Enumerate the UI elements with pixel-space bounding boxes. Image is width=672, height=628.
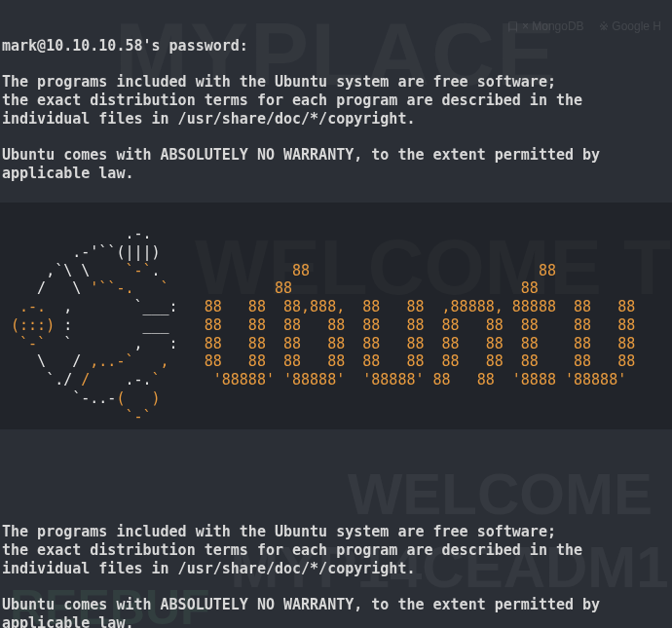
motd-line: The programs included with the Ubuntu sy… (2, 73, 556, 91)
motd-block-top: mark@10.10.10.58's password: The program… (0, 18, 672, 183)
motd-line: Ubuntu comes with ABSOLUTELY NO WARRANTY… (2, 596, 600, 613)
art-row: .-. (2, 225, 644, 242)
password-prompt: mark@10.10.10.58's password: (2, 37, 248, 55)
art-row: \ / ,..-` , 88 88 88 88 88 88 88 88 88 8… (2, 352, 635, 370)
art-row: `-..-( ) (2, 389, 161, 407)
motd-block-bottom: The programs included with the Ubuntu sy… (0, 504, 672, 628)
art-row: ,`\ \ `-`. 88 88 (2, 262, 556, 279)
motd-line: individual files in /usr/share/doc/*/cop… (2, 110, 415, 128)
motd-line: the exact distribution terms for each pr… (2, 92, 582, 109)
motd-line: applicable law. (2, 614, 133, 628)
ascii-art-block: .-. .-'``(|||) ,`\ \ `-`. 88 88 (0, 203, 672, 429)
terminal-output[interactable]: mark@10.10.10.58's password: The program… (0, 0, 672, 628)
motd-line: the exact distribution terms for each pr… (2, 541, 582, 559)
art-row: .-. , `___: 88 88 88,888, 88 88 ,88888, … (2, 298, 635, 315)
art-row: `./ / .-.` '88888' '88888' '88888' 88 88… (2, 371, 626, 388)
motd-line: The programs included with the Ubuntu sy… (2, 523, 556, 540)
art-row: `-` ` , : 88 88 88 88 88 88 88 88 88 88 … (2, 335, 635, 352)
motd-line: applicable law. (2, 165, 133, 182)
motd-line: individual files in /usr/share/doc/*/cop… (2, 560, 415, 577)
art-row: / \ '``-. ` 88 88 (2, 279, 539, 297)
art-row: .-'``(|||) (2, 243, 644, 261)
motd-line: Ubuntu comes with ABSOLUTELY NO WARRANTY… (2, 146, 600, 164)
art-row: (:::) : ___ 88 88 88 88 88 88 88 88 88 8… (2, 316, 635, 334)
art-row: `-` (2, 408, 152, 425)
